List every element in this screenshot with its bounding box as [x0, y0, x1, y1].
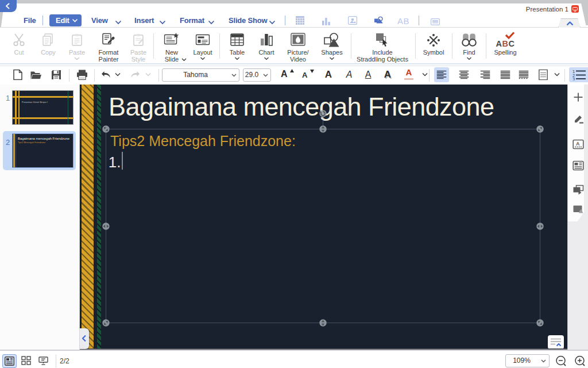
- svg-text:A: A: [576, 141, 580, 147]
- svg-text:3: 3: [572, 76, 575, 80]
